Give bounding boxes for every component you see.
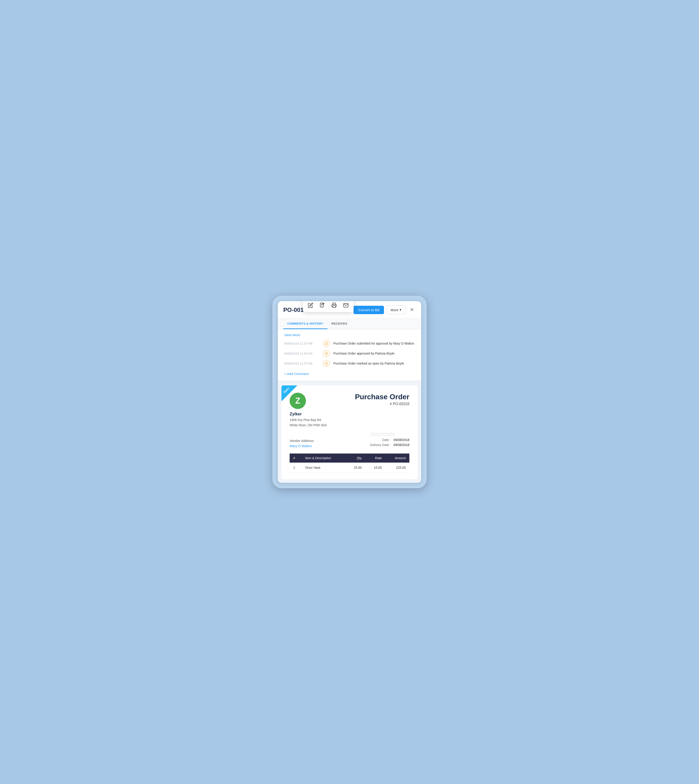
open-ribbon: Open bbox=[282, 385, 300, 404]
toolbar-popup bbox=[303, 301, 354, 312]
tab-comments-history[interactable]: COMMENTS & HISTORY bbox=[283, 319, 328, 329]
row-amount: 225.00 bbox=[385, 463, 409, 473]
row-num: 1 bbox=[290, 463, 301, 473]
device-frame: PO-00103 bbox=[272, 296, 427, 488]
col-qty: Qty bbox=[345, 453, 365, 463]
po-document-number: # PO-00103 bbox=[355, 402, 409, 406]
edit-icon-btn[interactable] bbox=[305, 301, 315, 310]
date-line-2 bbox=[370, 435, 395, 435]
svg-rect-1 bbox=[333, 306, 335, 307]
delivery-date-row: Delivery Date : 09/08/2018 bbox=[370, 443, 409, 447]
col-num: # bbox=[290, 453, 301, 463]
vendor-address-line1: 1906 Dry Pine Bay Rd White River, ON P0M… bbox=[290, 417, 326, 428]
date-row: Date : 09/08/2018 bbox=[370, 438, 409, 442]
row-qty: 15.00 bbox=[345, 463, 365, 473]
entry-text-1: Purchase Order submitted for approval by… bbox=[333, 342, 414, 345]
edit-icon bbox=[308, 302, 313, 308]
dates-section: Date : 09/08/2018 Delivery Date : 09/08/… bbox=[370, 433, 409, 448]
items-table: # Item & Description Qty Rate Amount 1 O… bbox=[290, 453, 409, 473]
entry-text-2: Purchase Order approved by Patricia Boyl… bbox=[333, 352, 394, 355]
document-card: Open Z Zylker 1906 Dry Pine Bay Rd White… bbox=[282, 385, 417, 479]
pdf-btn[interactable] bbox=[317, 301, 327, 310]
vendor-address-section: Vendor Address Mary D Walton bbox=[290, 439, 370, 448]
svg-rect-0 bbox=[320, 303, 323, 307]
col-amount: Amount bbox=[385, 453, 409, 463]
document-area: Open Z Zylker 1906 Dry Pine Bay Rd White… bbox=[278, 382, 421, 483]
vendor-contact-link[interactable]: Mary D Walton bbox=[290, 444, 312, 448]
pdf-icon bbox=[320, 302, 325, 308]
close-button[interactable]: ✕ bbox=[408, 306, 416, 314]
tabs-bar: COMMENTS & HISTORY RECEIVES bbox=[278, 319, 421, 329]
doc-check-icon-3 bbox=[325, 362, 328, 365]
delivery-date-label: Delivery Date : bbox=[370, 443, 391, 447]
col-description: Item & Description bbox=[301, 453, 345, 463]
date-value: 09/08/2018 bbox=[394, 438, 409, 442]
entry-timestamp-2: 09/08/2018 11:36 PM bbox=[284, 352, 319, 355]
entry-icon-3 bbox=[323, 360, 330, 367]
history-entry-2: 09/08/2018 11:36 PM Purchase Order appro… bbox=[284, 350, 415, 357]
convert-to-bill-button[interactable]: Convert to Bill bbox=[354, 306, 384, 314]
doc-mid-section: Vendor Address Mary D Walton Date : 09/0… bbox=[290, 433, 409, 448]
more-chevron-icon: ▾ bbox=[400, 308, 401, 312]
more-button[interactable]: More ▾ bbox=[387, 305, 405, 314]
vendor-address-label: Vendor Address bbox=[290, 439, 370, 443]
entry-timestamp-3: 09/08/2018 11:37 PM bbox=[284, 362, 319, 365]
entry-icon-2 bbox=[323, 350, 330, 357]
entry-text-3: Purchase Order marked as open by Patrici… bbox=[333, 362, 404, 365]
email-btn[interactable] bbox=[341, 301, 351, 310]
doc-check-icon-1 bbox=[325, 342, 328, 345]
comments-section: View More 09/08/2018 11:35 PM Purchase O… bbox=[278, 329, 421, 382]
table-body: 1 Onyx Vase 15.00 15.00 225.00 bbox=[290, 463, 409, 473]
print-btn[interactable] bbox=[329, 301, 339, 310]
email-icon bbox=[343, 302, 349, 308]
doc-header-row: Z Zylker 1906 Dry Pine Bay Rd White Rive… bbox=[290, 393, 409, 428]
date-lines-decoration bbox=[370, 433, 395, 435]
delivery-date-value: 09/08/2018 bbox=[394, 443, 409, 447]
row-rate: 15.00 bbox=[365, 463, 385, 473]
date-label: Date : bbox=[383, 438, 391, 442]
doc-check-icon-2 bbox=[325, 352, 328, 355]
po-document-title: Purchase Order bbox=[355, 393, 409, 401]
row-description: Onyx Vase bbox=[301, 463, 345, 473]
print-icon bbox=[331, 302, 337, 308]
table-row: 1 Onyx Vase 15.00 15.00 225.00 bbox=[290, 463, 409, 473]
close-icon: ✕ bbox=[410, 307, 414, 312]
po-title-right: Purchase Order # PO-00103 bbox=[355, 393, 409, 406]
table-header: # Item & Description Qty Rate Amount bbox=[290, 453, 409, 463]
date-line-1 bbox=[370, 433, 395, 434]
add-comment-link[interactable]: + Add Comment bbox=[284, 372, 309, 375]
vendor-name: Zylker bbox=[290, 412, 326, 417]
col-rate: Rate bbox=[365, 453, 385, 463]
history-entry: 09/08/2018 11:35 PM Purchase Order submi… bbox=[284, 340, 415, 347]
entry-timestamp-1: 09/08/2018 11:35 PM bbox=[284, 342, 319, 345]
view-more-link[interactable]: View More bbox=[284, 333, 300, 337]
tab-receives[interactable]: RECEIVES bbox=[328, 319, 351, 329]
more-label: More bbox=[391, 308, 398, 312]
history-entry-3: 09/08/2018 11:37 PM Purchase Order marke… bbox=[284, 360, 415, 367]
modal-header: PO-00103 bbox=[278, 301, 421, 319]
entry-icon-1 bbox=[323, 340, 330, 347]
ribbon-corner bbox=[282, 385, 297, 401]
modal-container: PO-00103 bbox=[278, 301, 421, 483]
